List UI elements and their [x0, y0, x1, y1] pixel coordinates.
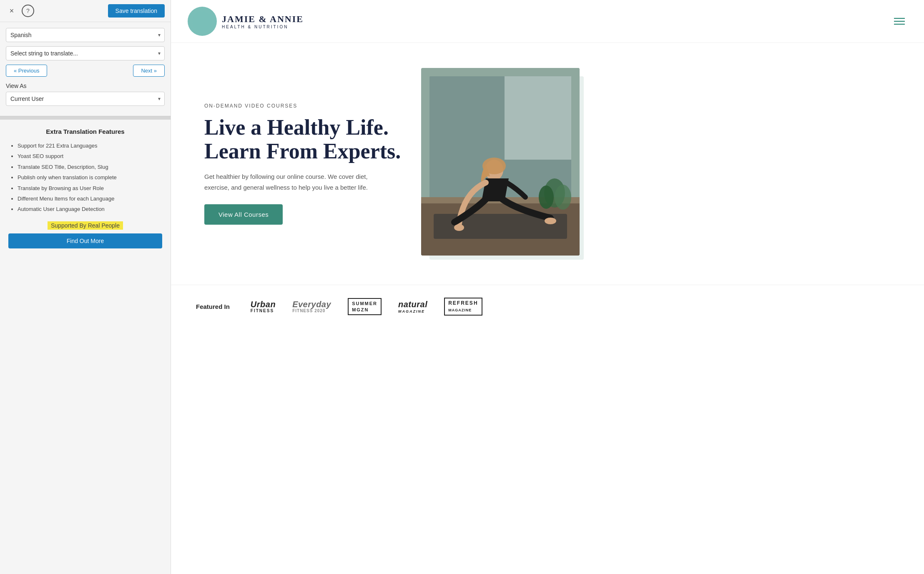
feature-item: Automatic User Language Detection [18, 204, 162, 214]
feature-item: Translate SEO Title, Description, Slug [18, 162, 162, 172]
divider [0, 116, 171, 120]
main-content: JAMIE & ANNIE HEALTH & NUTRITION ON-DEMA… [171, 0, 924, 574]
svg-point-12 [454, 224, 464, 231]
everyday-fitness-logo: Everyday FITNESS 2020 [292, 300, 331, 313]
yoga-image-svg [421, 68, 580, 256]
feature-item: Different Menu Items for each Language [18, 194, 162, 203]
featured-logos: Urban FITNESS Everyday FITNESS 2020 SUMM… [251, 298, 482, 316]
feature-item: Publish only when translation is complet… [18, 173, 162, 182]
svg-point-9 [539, 185, 554, 209]
supported-text: Supported By Real People [48, 221, 123, 230]
help-button[interactable]: ? [22, 5, 34, 17]
string-select[interactable]: Select string to translate... [6, 46, 165, 60]
hamburger-line [894, 21, 905, 22]
logo-main-text: JAMIE & ANNIE [222, 14, 304, 25]
hamburger-line [894, 18, 905, 19]
svg-point-8 [555, 185, 571, 210]
hero-text: ON-DEMAND VIDEO COURSES Live a Healthy L… [204, 103, 404, 225]
nav-buttons: « Previous Next » [6, 65, 165, 77]
hamburger-menu-button[interactable] [891, 15, 907, 27]
feature-item: Yoast SEO support [18, 151, 162, 161]
supported-badge: Supported By Real People [8, 222, 162, 229]
hero-description: Get healthier by following our online co… [204, 171, 379, 193]
feature-item: Support for 221 Extra Languages [18, 141, 162, 150]
svg-rect-3 [505, 76, 571, 160]
logo-circle [188, 7, 217, 36]
language-select-wrapper: Spanish French German [6, 28, 165, 42]
svg-point-0 [192, 11, 212, 31]
language-select[interactable]: Spanish French German [6, 28, 165, 42]
find-out-button[interactable]: Find Out More [8, 233, 162, 248]
hero-section: ON-DEMAND VIDEO COURSES Live a Healthy L… [171, 43, 924, 285]
view-as-label: View As [6, 83, 165, 89]
refresh-magazine-logo: REFRESHMAGAZINE [444, 298, 482, 316]
urban-fitness-logo: Urban FITNESS [251, 300, 276, 313]
view-all-courses-button[interactable]: View All Courses [204, 204, 283, 225]
summer-magazine-logo: SUMMERMGZN [348, 298, 382, 315]
save-translation-button[interactable]: Save translation [108, 4, 165, 18]
hero-image-wrap [421, 68, 588, 260]
logo-area: JAMIE & ANNIE HEALTH & NUTRITION [188, 7, 304, 36]
string-select-wrapper: Select string to translate... [6, 46, 165, 60]
translation-panel: × ? Save translation Spanish French Germ… [0, 0, 171, 574]
extra-features-title: Extra Translation Features [8, 128, 162, 135]
view-as-select-wrapper: Current User Guest Admin [6, 92, 165, 106]
view-as-section: View As Current User Guest Admin [0, 83, 171, 116]
hero-eyebrow: ON-DEMAND VIDEO COURSES [204, 103, 404, 109]
language-controls: Spanish French German Select string to t… [0, 22, 171, 83]
next-button[interactable]: Next » [133, 65, 165, 77]
close-button[interactable]: × [6, 5, 18, 17]
featured-section: Featured In Urban FITNESS Everyday FITNE… [171, 285, 924, 328]
previous-button[interactable]: « Previous [6, 65, 47, 77]
featured-label: Featured In [196, 303, 230, 310]
view-as-select[interactable]: Current User Guest Admin [6, 92, 165, 106]
site-header: JAMIE & ANNIE HEALTH & NUTRITION [171, 0, 924, 43]
top-bar: × ? Save translation [0, 0, 171, 22]
hero-image [421, 68, 580, 256]
feature-item: Translate by Browsing as User Role [18, 183, 162, 193]
natural-magazine-logo: natural MAGAZINE [398, 300, 427, 313]
svg-point-13 [545, 218, 556, 224]
hero-title: Live a Healthy Life. Learn From Experts. [204, 115, 404, 163]
features-list: Support for 221 Extra Languages Yoast SE… [8, 141, 162, 214]
logo-brand: JAMIE & ANNIE HEALTH & NUTRITION [222, 14, 304, 29]
hamburger-line [894, 24, 905, 25]
logo-sub-text: HEALTH & NUTRITION [222, 25, 304, 29]
extra-features-section: Extra Translation Features Support for 2… [0, 120, 171, 574]
logo-circle-icon [192, 11, 213, 32]
